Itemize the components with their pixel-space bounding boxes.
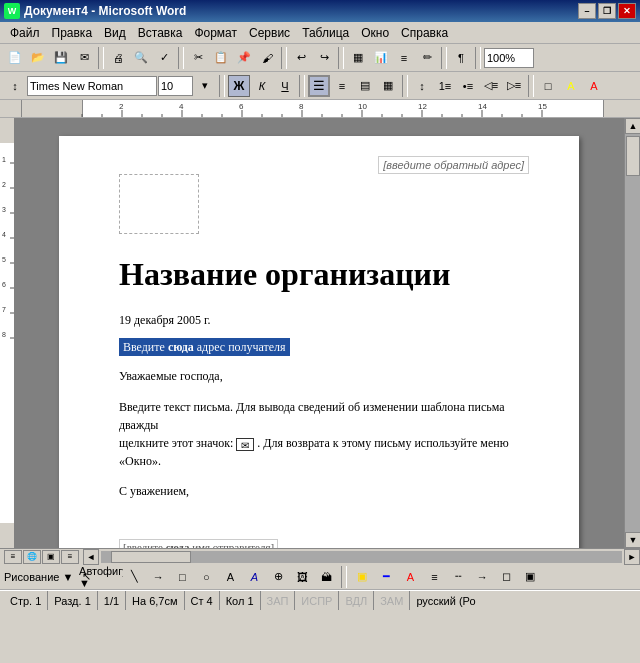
menu-tools[interactable]: Сервис [243,24,296,42]
diagram-button[interactable]: ⊕ [267,566,289,588]
line-color-button[interactable]: ━ [375,566,397,588]
font-size-down-button[interactable]: ▾ [194,75,216,97]
web-view-button[interactable]: 🌐 [23,550,41,564]
dash-style-button[interactable]: ╌ [447,566,469,588]
menubar: Файл Правка Вид Вставка Формат Сервис Та… [0,22,640,44]
picture-button[interactable]: 🏔 [315,566,337,588]
justify-button[interactable]: ▦ [377,75,399,97]
shadow-button[interactable]: ◻ [495,566,517,588]
return-address[interactable]: [введите обратный адрес] [378,156,529,174]
oval-tool-button[interactable]: ○ [195,566,217,588]
font-color-button[interactable]: A [583,75,605,97]
show-hide-button[interactable]: ¶ [450,47,472,69]
hscroll-track[interactable] [101,551,622,563]
print-button[interactable]: 🖨 [107,47,129,69]
columns-button[interactable]: ≡ [393,47,415,69]
decrease-indent-button[interactable]: ◁≡ [480,75,502,97]
hscroll-left-button[interactable]: ◄ [83,549,99,565]
arrow-style-button[interactable]: → [471,566,493,588]
org-name[interactable]: Название организации [119,256,529,293]
normal-view-button[interactable]: ≡ [4,550,22,564]
new-button[interactable]: 📄 [4,47,26,69]
autoshapes-button[interactable]: Автофигуры ▼ [99,566,121,588]
undo-button[interactable]: ↩ [290,47,312,69]
status-col-num: Кол 1 [220,591,261,610]
outline-view-button[interactable]: ≡ [61,550,79,564]
menu-table[interactable]: Таблица [296,24,355,42]
titlebar-left: W Документ4 - Microsoft Word [4,3,186,19]
font-name-input[interactable] [27,76,157,96]
align-left-button[interactable]: ☰ [308,75,330,97]
align-right-button[interactable]: ▤ [354,75,376,97]
app-icon: W [4,3,20,19]
spellcheck-button[interactable]: ✓ [153,47,175,69]
open-button[interactable]: 📂 [27,47,49,69]
line-style-button[interactable]: ≡ [423,566,445,588]
menu-file[interactable]: Файл [4,24,46,42]
menu-format[interactable]: Формат [188,24,243,42]
underline-button[interactable]: Ч [274,75,296,97]
envelope-icon: ✉ [236,438,254,451]
menu-insert[interactable]: Вставка [132,24,189,42]
menu-help[interactable]: Справка [395,24,454,42]
scroll-up-button[interactable]: ▲ [625,118,640,134]
menu-view[interactable]: Вид [98,24,132,42]
line-spacing-button[interactable]: ↕ [411,75,433,97]
svg-text:2: 2 [2,181,6,188]
ruler-corner [0,100,22,118]
recipient-part1: Введите [123,340,168,354]
sender-name[interactable]: [введите сюда имя отправителя] [119,539,278,548]
numbering-button[interactable]: 1≡ [434,75,456,97]
wordart-button[interactable]: A [243,566,265,588]
hscroll-thumb[interactable] [111,551,191,563]
salutation: Уважаемые господа, [119,369,529,384]
cut-button[interactable]: ✂ [187,47,209,69]
textbox-tool-button[interactable]: A [219,566,241,588]
save-button[interactable]: 💾 [50,47,72,69]
3d-button[interactable]: ▣ [519,566,541,588]
status-recording: ЗАП [261,591,296,610]
zoom-input[interactable] [484,48,534,68]
format-painter-button[interactable]: 🖌 [256,47,278,69]
status-language: русский (Ро [410,591,481,610]
svg-text:7: 7 [2,306,6,313]
highlight-button[interactable]: A [560,75,582,97]
menu-edit[interactable]: Правка [46,24,99,42]
email-button[interactable]: ✉ [73,47,95,69]
paste-button[interactable]: 📌 [233,47,255,69]
align-center-button[interactable]: ≡ [331,75,353,97]
fill-color-button[interactable]: ▣ [351,566,373,588]
copy-button[interactable]: 📋 [210,47,232,69]
print-preview-button[interactable]: 🔍 [130,47,152,69]
arrow-tool-button[interactable]: → [147,566,169,588]
borders-button[interactable]: □ [537,75,559,97]
scroll-thumb[interactable] [626,136,640,176]
scroll-down-button[interactable]: ▼ [625,532,640,548]
italic-button[interactable]: К [251,75,273,97]
ruler: 2 4 6 8 10 12 14 [0,100,640,118]
restore-button[interactable]: ❐ [598,3,616,19]
document-scroll-area[interactable]: [введите обратный адрес] Название органи… [14,118,624,548]
menu-window[interactable]: Окно [355,24,395,42]
style-dropdown[interactable]: ↕ [4,75,26,97]
insert-spreadsheet-button[interactable]: 📊 [370,47,392,69]
scroll-track[interactable] [625,134,640,532]
recipient-address[interactable]: Введите сюда адрес получателя [119,338,290,356]
rectangle-tool-button[interactable]: □ [171,566,193,588]
font-size-input[interactable] [158,76,193,96]
redo-button[interactable]: ↪ [313,47,335,69]
line-tool-button[interactable]: ╲ [123,566,145,588]
insert-table-button[interactable]: ▦ [347,47,369,69]
print-view-button[interactable]: ▣ [42,550,60,564]
separator3 [281,47,287,69]
font-color-draw-button[interactable]: A [399,566,421,588]
bold-button[interactable]: Ж [228,75,250,97]
close-button[interactable]: ✕ [618,3,636,19]
drawing-button[interactable]: ✏ [416,47,438,69]
clipart-button[interactable]: 🖼 [291,566,313,588]
bullets-button[interactable]: •≡ [457,75,479,97]
minimize-button[interactable]: – [578,3,596,19]
increase-indent-button[interactable]: ▷≡ [503,75,525,97]
drawing-menu-button[interactable]: Рисование ▼ [4,571,73,583]
hscroll-right-button[interactable]: ► [624,549,640,565]
